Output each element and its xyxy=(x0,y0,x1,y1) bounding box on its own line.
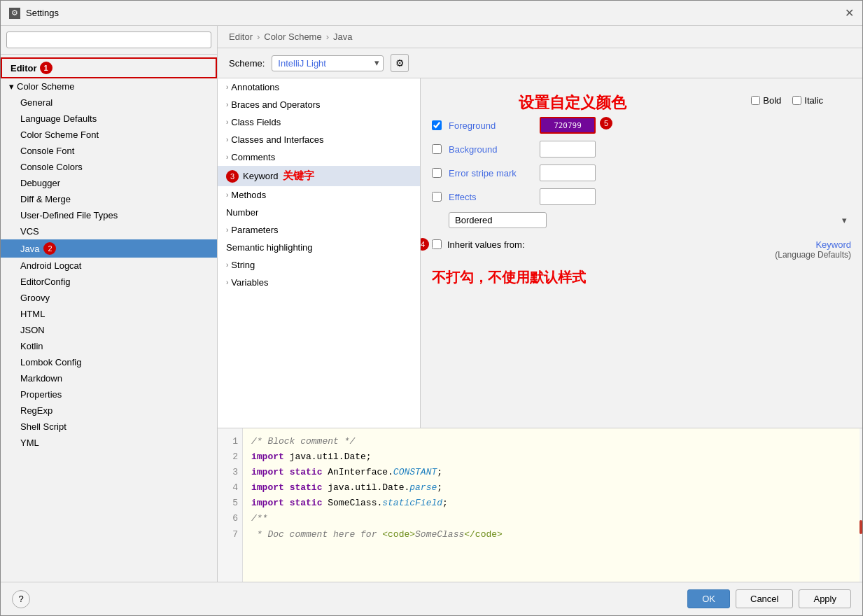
sidebar-item-properties[interactable]: Properties xyxy=(1,386,217,402)
help-button[interactable]: ? xyxy=(12,590,30,608)
italic-label: Italic xyxy=(804,95,823,106)
tree-item-methods[interactable]: › Methods xyxy=(218,186,420,204)
tree-item-semantic-highlighting[interactable]: Semantic highlighting xyxy=(218,239,420,256)
app-icon: ⚙ xyxy=(9,8,20,19)
tree-item-parameters[interactable]: › Parameters xyxy=(218,221,420,239)
tree-item-classes-interfaces[interactable]: › Classes and Interfaces xyxy=(218,131,420,148)
effects-color-box[interactable] xyxy=(540,188,596,205)
tree-item-variables[interactable]: › Variables xyxy=(218,274,420,291)
inherit-sub: (Language Defaults) xyxy=(775,250,851,260)
code-lines: /* Block comment */ import java.util.Dat… xyxy=(243,428,860,582)
settings-dialog: ⚙ Settings ✕ Editor 1 ▾ Color Scheme xyxy=(0,0,863,616)
sidebar-item-general[interactable]: General xyxy=(1,94,217,111)
code-line-2: import java.util.Date; xyxy=(251,449,851,465)
sidebar-item-user-defined[interactable]: User-Defined File Types xyxy=(1,207,217,223)
sidebar-item-regexp[interactable]: RegExp xyxy=(1,402,217,419)
effects-row: Effects xyxy=(432,188,851,205)
inherit-checkbox[interactable] xyxy=(432,239,442,249)
code-line-7: * Doc comment here for <code>SomeClass</… xyxy=(251,527,851,542)
breadcrumb-sep-1: › xyxy=(257,31,260,42)
inherit-label: Inherit values from: xyxy=(447,239,525,250)
tree-item-annotations[interactable]: › Annotations xyxy=(218,78,420,96)
effects-checkbox[interactable] xyxy=(432,192,442,202)
sidebar-item-console-font[interactable]: Console Font xyxy=(1,143,217,159)
breadcrumb-color-scheme: Color Scheme xyxy=(264,31,321,42)
main-content: Editor › Color Scheme › Java Scheme: Int… xyxy=(218,26,862,582)
search-input[interactable] xyxy=(6,31,211,48)
tree-item-string[interactable]: › String xyxy=(218,256,420,274)
editor-badge: 1 xyxy=(40,62,52,74)
sidebar-item-lombok-config[interactable]: Lombok Config xyxy=(1,354,217,370)
bold-checkbox[interactable] xyxy=(751,96,760,105)
error-stripe-row: Error stripe mark xyxy=(432,164,851,181)
sidebar-item-editorconfig[interactable]: EditorConfig xyxy=(1,274,217,290)
java-label: Java xyxy=(20,244,39,254)
sidebar-item-kotlin[interactable]: Kotlin xyxy=(1,338,217,354)
keyword-badge: 3 xyxy=(226,170,239,183)
code-line-5: import static SomeClass.staticField; xyxy=(251,496,851,511)
sidebar-item-groovy[interactable]: Groovy xyxy=(1,290,217,306)
cancel-button[interactable]: Cancel xyxy=(736,589,793,608)
foreground-row: Foreground 720799 5 xyxy=(432,117,851,134)
sidebar-item-diff-merge[interactable]: Diff & Merge xyxy=(1,191,217,207)
chevron-right-icon: › xyxy=(226,191,228,199)
foreground-checkbox[interactable] xyxy=(432,120,442,130)
sidebar-item-markdown[interactable]: Markdown xyxy=(1,370,217,386)
chevron-down-icon: ▾ xyxy=(9,81,14,92)
tree-item-number[interactable]: Number xyxy=(218,204,420,221)
sidebar-item-color-scheme-font[interactable]: Color Scheme Font xyxy=(1,127,217,143)
background-label: Background xyxy=(449,144,533,155)
scrollbar-thumb xyxy=(860,520,862,534)
bottom-bar: ? OK Cancel Apply xyxy=(1,582,862,615)
sidebar-item-json[interactable]: JSON xyxy=(1,322,217,338)
chevron-right-icon: › xyxy=(226,261,228,269)
split-panel: › Annotations › Braces and Operators › C… xyxy=(218,78,862,428)
sidebar-group-color-scheme[interactable]: ▾ Color Scheme xyxy=(1,78,217,94)
close-button[interactable]: ✕ xyxy=(845,6,854,20)
background-color-box[interactable] xyxy=(540,141,596,158)
tree-item-class-fields[interactable]: › Class Fields xyxy=(218,113,420,131)
sidebar-item-console-colors[interactable]: Console Colors xyxy=(1,159,217,175)
italic-option: Italic xyxy=(792,95,823,106)
sidebar-item-yml[interactable]: YML xyxy=(1,435,217,451)
effects-select[interactable]: Bordered Underscored Bold Underscored xyxy=(449,212,547,228)
scheme-bar: Scheme: IntelliJ Light Darcula High cont… xyxy=(218,48,862,78)
tree-item-keyword[interactable]: 3 Keyword 关键字 xyxy=(218,166,420,186)
background-checkbox[interactable] xyxy=(432,144,442,154)
sidebar-item-shell-script[interactable]: Shell Script xyxy=(1,419,217,435)
sidebar-item-android-logcat[interactable]: Android Logcat xyxy=(1,258,217,274)
sidebar-item-vcs[interactable]: VCS xyxy=(1,223,217,239)
italic-checkbox[interactable] xyxy=(792,96,801,105)
gear-button[interactable]: ⚙ xyxy=(391,54,409,72)
breadcrumb-editor: Editor xyxy=(229,31,253,42)
error-stripe-checkbox[interactable] xyxy=(432,168,442,178)
sidebar-item-java[interactable]: Java 2 xyxy=(1,239,217,258)
breadcrumb-java: Java xyxy=(333,31,352,42)
code-line-3: import static AnInterface.CONSTANT; xyxy=(251,465,851,480)
sidebar-item-language-defaults[interactable]: Language Defaults xyxy=(1,111,217,127)
tree-item-comments[interactable]: › Comments xyxy=(218,148,420,166)
sidebar-item-editor[interactable]: Editor 1 xyxy=(1,57,217,78)
color-tree: › Annotations › Braces and Operators › C… xyxy=(218,78,421,428)
sidebar-item-debugger[interactable]: Debugger xyxy=(1,175,217,191)
scrollbar[interactable] xyxy=(860,428,862,582)
sidebar-item-html[interactable]: HTML xyxy=(1,306,217,322)
code-line-1: /* Block comment */ xyxy=(251,434,851,449)
error-stripe-color-box[interactable] xyxy=(540,164,596,181)
editor-label: Editor xyxy=(10,63,37,74)
chevron-right-icon: › xyxy=(226,226,228,234)
bold-option: Bold xyxy=(751,95,781,106)
effects-select-wrapper: Bordered Underscored Bold Underscored xyxy=(449,212,851,228)
sidebar-search-area xyxy=(1,26,217,55)
dialog-title: Settings xyxy=(26,8,59,18)
chevron-right-icon: › xyxy=(226,101,228,108)
scheme-select[interactable]: IntelliJ Light Darcula High contrast xyxy=(272,55,384,71)
foreground-color-box[interactable]: 720799 xyxy=(540,117,596,134)
apply-button[interactable]: Apply xyxy=(799,589,851,608)
effects-label: Effects xyxy=(449,192,533,202)
inherit-link[interactable]: Keyword xyxy=(775,239,851,250)
code-line-6: /** xyxy=(251,511,851,526)
sidebar: Editor 1 ▾ Color Scheme General Language… xyxy=(1,26,218,582)
ok-button[interactable]: OK xyxy=(687,589,730,608)
tree-item-braces-operators[interactable]: › Braces and Operators xyxy=(218,96,420,113)
